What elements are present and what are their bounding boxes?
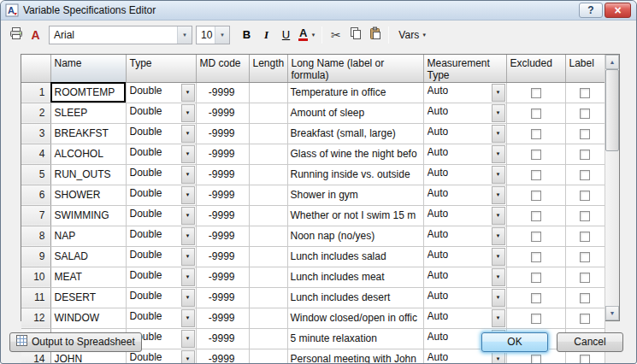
excluded-checkbox[interactable] (531, 232, 541, 242)
label-checkbox[interactable] (580, 252, 590, 262)
measurement-type-cell[interactable]: Auto▼ (423, 123, 506, 144)
header-length[interactable]: Length (249, 55, 287, 82)
print-button[interactable] (6, 26, 26, 44)
excluded-checkbox[interactable] (531, 211, 541, 221)
help-button[interactable]: ? (579, 3, 603, 18)
long-name-cell[interactable]: Glass of wine the night befo (287, 144, 423, 164)
label-checkbox[interactable] (580, 293, 590, 303)
name-cell[interactable]: SHOWER (50, 185, 126, 205)
length-cell[interactable] (249, 205, 287, 226)
length-cell[interactable] (249, 287, 287, 308)
name-cell[interactable]: SLEEP (50, 103, 126, 123)
excluded-checkbox[interactable] (531, 293, 541, 303)
label-checkbox[interactable] (580, 314, 590, 324)
long-name-cell[interactable]: Whether or not I swim 15 m (287, 205, 423, 226)
length-cell[interactable] (249, 103, 287, 123)
header-excluded[interactable]: Excluded (506, 55, 565, 82)
excluded-checkbox[interactable] (531, 109, 541, 119)
length-cell[interactable] (249, 123, 287, 144)
ok-button[interactable]: OK (481, 332, 548, 352)
long-name-cell[interactable]: Temperature in office (287, 82, 423, 103)
measurement-type-cell[interactable]: Auto▼ (423, 103, 506, 123)
header-name[interactable]: Name (50, 55, 126, 82)
type-cell[interactable]: Double▼ (126, 123, 196, 144)
name-cell[interactable]: RUN_OUTS (50, 164, 126, 185)
chevron-down-icon[interactable]: ▼ (215, 26, 229, 44)
paste-button[interactable] (365, 26, 385, 44)
measurement-type-cell[interactable]: Auto▼ (423, 246, 506, 267)
titlebar[interactable]: A Variable Specifications Editor ? × (1, 1, 636, 21)
underline-button[interactable]: U (276, 26, 296, 44)
vertical-scrollbar[interactable]: ▲ ▼ (605, 55, 619, 320)
name-cell[interactable]: MEAT (50, 267, 126, 287)
row-number-cell[interactable]: 3 (21, 123, 50, 144)
measurement-type-dropdown-button[interactable]: ▼ (492, 248, 505, 266)
type-cell[interactable]: Double▼ (126, 144, 196, 164)
measurement-type-cell[interactable]: Auto▼ (423, 164, 506, 185)
measurement-type-dropdown-button[interactable]: ▼ (492, 186, 505, 204)
excluded-checkbox[interactable] (531, 191, 541, 201)
row-number-cell[interactable]: 2 (21, 103, 50, 123)
measurement-type-cell[interactable]: Auto▼ (423, 267, 506, 287)
long-name-cell[interactable]: Shower in gym (287, 185, 423, 205)
label-checkbox[interactable] (580, 129, 590, 139)
measurement-type-cell[interactable]: Auto▼ (423, 205, 506, 226)
scrollbar-thumb[interactable] (605, 69, 619, 151)
md-code-cell[interactable]: -9999 (196, 287, 249, 308)
type-cell[interactable]: Double▼ (126, 164, 196, 185)
type-dropdown-button[interactable]: ▼ (181, 166, 195, 184)
length-cell[interactable] (249, 226, 287, 246)
measurement-type-dropdown-button[interactable]: ▼ (492, 145, 505, 163)
excluded-checkbox[interactable] (531, 314, 541, 324)
type-dropdown-button[interactable]: ▼ (181, 248, 195, 266)
font-button[interactable]: A (26, 26, 45, 44)
row-number-cell[interactable]: 5 (21, 164, 50, 185)
length-cell[interactable] (249, 246, 287, 267)
cancel-button[interactable]: Cancel (557, 332, 623, 352)
type-cell[interactable]: Double▼ (126, 103, 196, 123)
long-name-cell[interactable]: Breakfast (small, large) (287, 123, 423, 144)
type-dropdown-button[interactable]: ▼ (181, 207, 195, 225)
label-checkbox[interactable] (580, 150, 590, 160)
measurement-type-dropdown-button[interactable]: ▼ (492, 227, 505, 245)
md-code-cell[interactable]: -9999 (196, 82, 249, 103)
excluded-checkbox[interactable] (531, 129, 541, 139)
excluded-checkbox[interactable] (531, 273, 541, 283)
label-checkbox[interactable] (580, 273, 590, 283)
excluded-checkbox[interactable] (531, 170, 541, 180)
row-number-cell[interactable]: 8 (21, 226, 50, 246)
header-measurement-type[interactable]: Measurement Type (423, 55, 506, 82)
excluded-checkbox[interactable] (531, 88, 541, 98)
type-cell[interactable]: Double▼ (126, 82, 196, 103)
type-dropdown-button[interactable]: ▼ (181, 289, 195, 307)
scroll-down-button[interactable]: ▼ (605, 306, 619, 320)
md-code-cell[interactable]: -9999 (196, 226, 249, 246)
row-number-cell[interactable]: 4 (21, 144, 50, 164)
header-md-code[interactable]: MD code (196, 55, 249, 82)
type-cell[interactable]: Double▼ (126, 205, 196, 226)
type-cell[interactable]: Double▼ (126, 246, 196, 267)
measurement-type-dropdown-button[interactable]: ▼ (492, 207, 505, 225)
length-cell[interactable] (249, 267, 287, 287)
label-checkbox[interactable] (580, 88, 590, 98)
long-name-cell[interactable]: Amount of sleep (287, 103, 423, 123)
header-label[interactable]: Label (565, 55, 605, 82)
long-name-cell[interactable]: Noon nap (no/yes) (287, 226, 423, 246)
label-checkbox[interactable] (580, 191, 590, 201)
length-cell[interactable] (249, 82, 287, 103)
name-cell[interactable]: ROOMTEMP (50, 82, 126, 103)
header-type[interactable]: Type (126, 55, 196, 82)
scroll-up-button[interactable]: ▲ (605, 55, 619, 69)
measurement-type-dropdown-button[interactable]: ▼ (492, 166, 505, 184)
name-cell[interactable]: DESERT (50, 287, 126, 308)
length-cell[interactable] (249, 185, 287, 205)
long-name-cell[interactable]: Lunch includes salad (287, 246, 423, 267)
italic-button[interactable]: I (257, 26, 276, 44)
label-checkbox[interactable] (580, 109, 590, 119)
bold-button[interactable]: B (237, 26, 257, 44)
label-checkbox[interactable] (580, 211, 590, 221)
type-cell[interactable]: Double▼ (126, 226, 196, 246)
md-code-cell[interactable]: -9999 (196, 246, 249, 267)
measurement-type-cell[interactable]: Auto▼ (423, 144, 506, 164)
row-number-cell[interactable]: 7 (21, 205, 50, 226)
